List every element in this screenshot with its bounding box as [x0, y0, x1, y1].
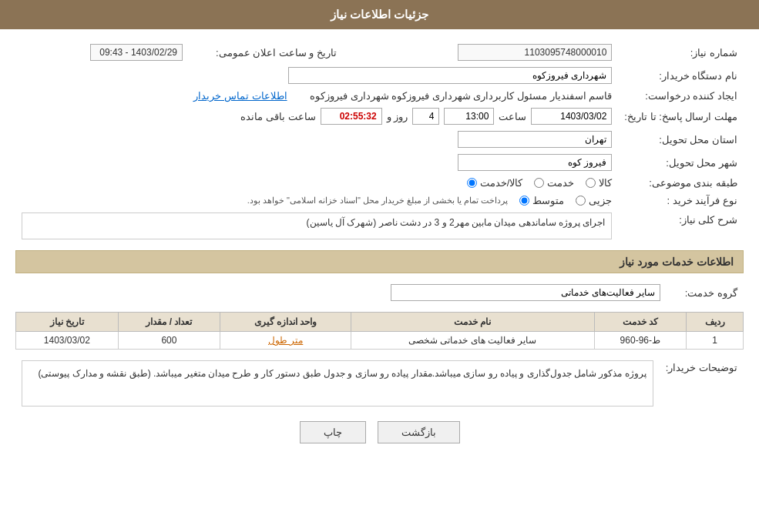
- cell-kodKhedmat: ط-96-960: [594, 332, 686, 350]
- sharheKolli-box: اجرای پروژه ساماندهی میدان مابین مهر2 و …: [22, 212, 612, 239]
- table-row: 1 ط-96-960 سایر فعالیت های خدماتی شخصی م…: [16, 332, 744, 350]
- page-title: جزئیات اطلاعات نیاز: [331, 8, 428, 21]
- col-vahed: واحد اندازه گیری: [220, 313, 351, 332]
- ijadKonande-label: ایجاد کننده درخواست:: [618, 87, 744, 105]
- cell-tedad: 600: [118, 332, 220, 350]
- ijadKonande-value-cell: قاسم اسفندیار مسئول کاربرداری شهرداری فی…: [15, 87, 618, 105]
- namDastgah-input[interactable]: [288, 67, 612, 84]
- noveFarayand-desc: پرداخت تمام یا بخشی از مبلغ خریدار محل "…: [247, 196, 509, 206]
- tosihate-text: پروژه مذکور شامل جدول‌گذاری و پیاده رو س…: [38, 368, 646, 379]
- shahrTahvil-label: شهر محل تحویل:: [618, 151, 744, 174]
- tosihate-label: توضیحات خریدار:: [660, 357, 744, 410]
- ijadKonande-link[interactable]: اطلاعات تماس خریدار: [193, 90, 287, 102]
- radio-kala[interactable]: [586, 178, 596, 188]
- mohlat-value-cell: ساعت روز و ساعت باقی مانده: [15, 105, 618, 128]
- shahrTahvil-value-cell: [15, 151, 618, 174]
- cell-tarikh: 1403/03/02: [16, 332, 119, 350]
- col-namKhedmat: نام خدمت: [351, 313, 595, 332]
- radio-kala-label: کالا: [599, 177, 612, 189]
- cell-vahed: متر طول: [220, 332, 351, 350]
- sharheKolli-value-cell: اجرای پروژه ساماندهی میدان مابین مهر2 و …: [15, 209, 618, 243]
- radio-kalaKhedmat[interactable]: [467, 178, 477, 188]
- mohlat-label: مهلت ارسال پاسخ: تا تاریخ:: [618, 105, 744, 128]
- shomareNiaz-label: شماره نیاز:: [618, 41, 744, 64]
- page-header: جزئیات اطلاعات نیاز: [0, 0, 759, 29]
- ostanTahvil-value-cell: [15, 128, 618, 151]
- button-row: بازگشت چاپ: [15, 421, 744, 443]
- tosihate-value-cell: پروژه مذکور شامل جدول‌گذاری و پیاده رو س…: [15, 357, 660, 410]
- groheKhedmat-label: گروه خدمت:: [667, 281, 744, 304]
- radio-khedmat[interactable]: [534, 178, 544, 188]
- services-table: ردیف کد خدمت نام خدمت واحد اندازه گیری ت…: [15, 312, 744, 350]
- tarikh-elan-label: تاریخ و ساعت اعلان عمومی:: [189, 41, 343, 64]
- radio-kala-item: کالا: [586, 177, 612, 189]
- cell-radif: 1: [687, 332, 744, 350]
- groheKhedmat-value-cell: [15, 281, 667, 304]
- radio-khedmat-label: خدمت: [547, 177, 574, 189]
- radio-kalaKhedmat-label: کالا/خدمت: [480, 177, 523, 189]
- section2-title: اطلاعات خدمات مورد نیاز: [15, 250, 744, 273]
- mohlat-date-input[interactable]: [531, 108, 612, 125]
- tarikh-elan-value-cell: [15, 41, 189, 64]
- namDastgah-value-cell: [15, 64, 618, 87]
- col-tarikh: تاریخ نیاز: [16, 313, 119, 332]
- col-tedad: تعداد / مقدار: [118, 313, 220, 332]
- tosihate-table: توضیحات خریدار: پروژه مذکور شامل جدول‌گذ…: [15, 357, 744, 410]
- tabaqeh-value-cell: کالا خدمت کالا/خدمت: [15, 174, 618, 192]
- radio-jozei[interactable]: [576, 196, 586, 206]
- mohlat-roz-label: روز و: [387, 111, 408, 122]
- cell-namKhedmat: سایر فعالیت های خدماتی شخصی: [351, 332, 595, 350]
- radio-jozei-label: جزیی: [589, 195, 612, 206]
- tosihate-box: پروژه مذکور شامل جدول‌گذاری و پیاده رو س…: [22, 360, 653, 407]
- mohlat-saat-label: ساعت: [499, 111, 526, 122]
- mohlat-saat-input[interactable]: [444, 108, 494, 125]
- noveFarayand-label: نوع فرآیند خرید :: [618, 192, 744, 209]
- mohlat-baghimande-label: ساعت باقی مانده: [240, 111, 315, 122]
- sharheKolli-label: شرح کلی نیاز:: [618, 209, 744, 243]
- radio-khedmat-item: خدمت: [534, 177, 574, 189]
- service-info-table: گروه خدمت:: [15, 281, 744, 304]
- sharheKolli-text: اجرای پروژه ساماندهی میدان مابین مهر2 و …: [307, 217, 606, 228]
- btn-print[interactable]: چاپ: [300, 421, 366, 443]
- radio-motavaset-item: متوسط: [519, 195, 564, 206]
- radio-kalaKhedmat-item: کالا/خدمت: [467, 177, 523, 189]
- ijadKonande-text: قاسم اسفندیار مسئول کاربرداری شهرداری فی…: [310, 90, 612, 102]
- page-wrapper: جزئیات اطلاعات نیاز شماره نیاز: تاریخ و …: [0, 0, 759, 532]
- ostanTahvil-input[interactable]: [458, 131, 612, 148]
- shomareNiaz-value-cell: [343, 41, 618, 64]
- mohlat-baghimande-input[interactable]: [321, 108, 382, 125]
- btn-back[interactable]: بازگشت: [378, 421, 460, 443]
- col-kodKhedmat: کد خدمت: [594, 313, 686, 332]
- radio-jozei-item: جزیی: [576, 195, 612, 206]
- noveFarayand-value-cell: جزیی متوسط پرداخت تمام یا بخشی از مبلغ خ…: [15, 192, 618, 209]
- tabaqeh-label: طبقه بندی موضوعی:: [618, 174, 744, 192]
- shahrTahvil-input[interactable]: [458, 154, 612, 171]
- mohlat-roz-input[interactable]: [412, 108, 439, 125]
- content-area: شماره نیاز: تاریخ و ساعت اعلان عمومی: نا…: [0, 29, 759, 455]
- shomareNiaz-input[interactable]: [458, 44, 612, 61]
- radio-motavaset[interactable]: [519, 196, 529, 206]
- col-radif: ردیف: [687, 313, 744, 332]
- tarikh-elan-input[interactable]: [90, 44, 183, 61]
- ostanTahvil-label: استان محل تحویل:: [618, 128, 744, 151]
- groheKhedmat-input[interactable]: [391, 284, 660, 301]
- basic-info-table: شماره نیاز: تاریخ و ساعت اعلان عمومی: نا…: [15, 41, 744, 243]
- radio-motavaset-label: متوسط: [532, 195, 564, 206]
- namDastgah-label: نام دستگاه خریدار:: [618, 64, 744, 87]
